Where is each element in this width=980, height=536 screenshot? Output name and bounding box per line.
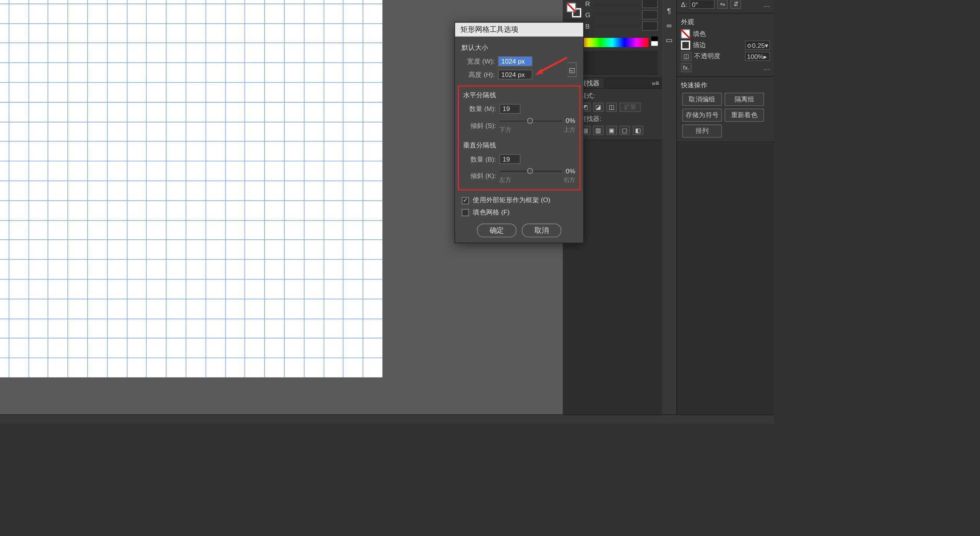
hskew-high: 上方 (564, 126, 575, 134)
paragraph-icon[interactable]: ¶ (663, 5, 675, 17)
rot-label: Δ: (681, 0, 687, 8)
dlg-height-label: 高度 (H): (462, 70, 495, 79)
opacity-icon[interactable]: ◫ (681, 52, 692, 61)
svg-line-0 (539, 58, 567, 72)
dlg-vskew-label: 倾斜 (K): (463, 171, 496, 180)
vskew-value: 0% (566, 167, 575, 175)
g-slider[interactable] (593, 13, 639, 16)
dlg-hcount-label: 数量 (M): (463, 104, 496, 113)
artboard (0, 0, 382, 377)
h-dividers-heading: 水平分隔线 (463, 91, 575, 100)
dlg-height-input[interactable]: 1024 px (498, 70, 532, 80)
properties-panel: 属性 图层 库 ≡ 编辑 未选择 变换 ▦ X:512 px 宽:1024 px (677, 0, 774, 142)
status-bar: 100% ▾ ◂◂ ◂ 1 ▸ ▸▸ 矩形网格 ▸ (0, 414, 774, 423)
merge-icon[interactable]: ▥ (593, 126, 604, 135)
qa-arrange[interactable]: 排列 (682, 124, 722, 138)
vskew-high: 右方 (564, 176, 575, 184)
dlg-vcount-label: 数量 (B): (463, 154, 496, 163)
color-spectrum[interactable] (576, 38, 648, 47)
use-outer-checkbox[interactable]: ✓使用外部矩形作为框架 (O) (462, 196, 577, 205)
popacity-label: 不透明度 (694, 52, 720, 61)
v-dividers-heading: 垂直分隔线 (463, 141, 575, 150)
cancel-button[interactable]: 取消 (522, 224, 562, 237)
vskew-low: 左方 (499, 176, 511, 184)
r-slider[interactable] (593, 2, 639, 5)
type-icon[interactable]: A (663, 0, 675, 2)
qa-recolor[interactable]: 重新着色 (725, 109, 764, 122)
color-fill-stroke[interactable] (567, 3, 581, 18)
minus-back-icon[interactable]: ◧ (633, 126, 644, 135)
pstroke-input[interactable]: ≎ 0.25 ▾ (745, 41, 770, 50)
more-appearance-icon[interactable]: … (763, 64, 770, 71)
fill-grid-checkbox[interactable]: 填色网格 (F) (462, 208, 577, 217)
dlg-width-input[interactable]: 1024 px (498, 56, 532, 66)
right-panels: 描边 渐变 透明度 »≡ 粗细:≎ 0.25 pt ▾ 端点:⊏⊂⊐ 边角:⌐⌒… (563, 0, 774, 414)
r-input[interactable] (642, 0, 658, 8)
black-swatch[interactable] (651, 36, 658, 41)
appearance-heading: 外观 (681, 17, 770, 26)
stroke-swatch-prop[interactable] (681, 41, 690, 50)
outline-icon[interactable]: ▢ (619, 126, 630, 135)
crop-icon[interactable]: ▣ (606, 126, 617, 135)
quick-heading: 快速操作 (681, 81, 770, 90)
g-label: G (585, 11, 590, 18)
intersect-icon[interactable]: ◪ (593, 103, 604, 112)
fill-label: 填色 (693, 29, 706, 39)
hskew-value: 0% (566, 117, 575, 124)
ok-button[interactable]: 确定 (477, 224, 517, 237)
panel-menu-icon[interactable]: »≡ (649, 80, 662, 87)
hskew-low: 下方 (499, 126, 511, 134)
flip-h-icon[interactable]: ⇋ (717, 0, 728, 9)
svg-marker-1 (535, 68, 543, 75)
fill-swatch-prop[interactable] (681, 29, 690, 39)
b-input[interactable] (642, 21, 658, 31)
artboards-icon[interactable]: ▭ (663, 34, 675, 46)
default-size-heading: 默认大小 (462, 43, 577, 52)
pstroke-label: 描边 (693, 41, 706, 50)
more-options-icon[interactable]: … (763, 0, 770, 8)
highlighted-section: 水平分隔线 数量 (M):19 倾斜 (S): 0% 下方上方 垂直分隔线 数量… (458, 85, 581, 190)
qa-save-symbol[interactable]: 存储为符号 (682, 109, 722, 122)
dlg-hcount-input[interactable]: 19 (499, 104, 520, 114)
white-swatch[interactable] (651, 41, 658, 46)
annotation-arrow (532, 55, 570, 75)
exclude-icon[interactable]: ◫ (606, 103, 617, 112)
expand-button: 扩展 (619, 103, 640, 112)
b-slider[interactable] (592, 24, 639, 28)
popacity-input[interactable]: 100% ▸ (745, 52, 770, 61)
dialog-title: 矩形网格工具选项 (455, 23, 583, 36)
flip-v-icon[interactable]: ⇵ (731, 0, 742, 9)
dlg-vcount-input[interactable]: 19 (499, 154, 520, 164)
dlg-hskew-label: 倾斜 (S): (463, 121, 496, 130)
hskew-slider[interactable] (499, 120, 562, 121)
qa-isolate[interactable]: 隔离组 (725, 93, 764, 106)
g-input[interactable] (642, 10, 658, 19)
dlg-width-label: 宽度 (W): (462, 57, 495, 66)
qa-ungroup[interactable]: 取消编组 (682, 93, 722, 106)
r-label: R (585, 0, 590, 7)
rot-input[interactable]: 0° (690, 0, 715, 9)
panel-icon-strip: ◆ ❐ ◉ ⓘ A ¶ ∞ ▭ (662, 0, 676, 414)
link-icon[interactable]: ∞ (663, 20, 675, 31)
b-label: B (585, 22, 590, 29)
fx-icon[interactable]: fx. (681, 63, 692, 72)
vskew-slider[interactable] (499, 170, 562, 172)
